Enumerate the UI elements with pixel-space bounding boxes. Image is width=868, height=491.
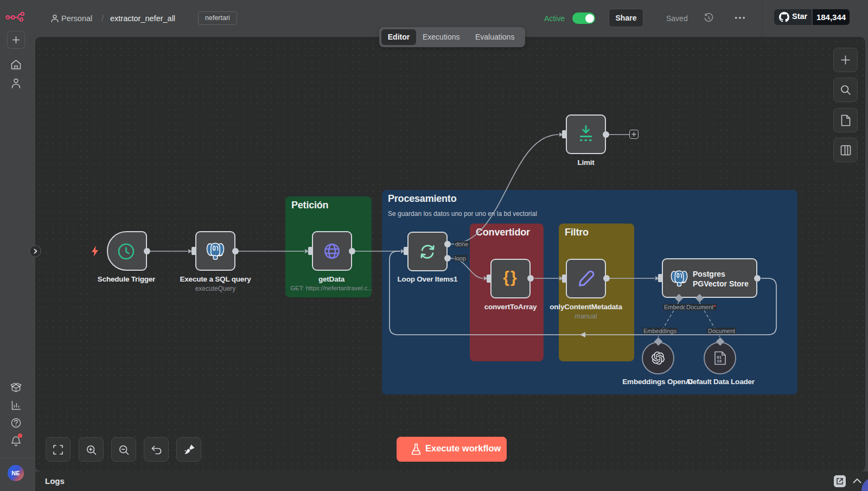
svg-text:10: 10	[717, 359, 722, 364]
